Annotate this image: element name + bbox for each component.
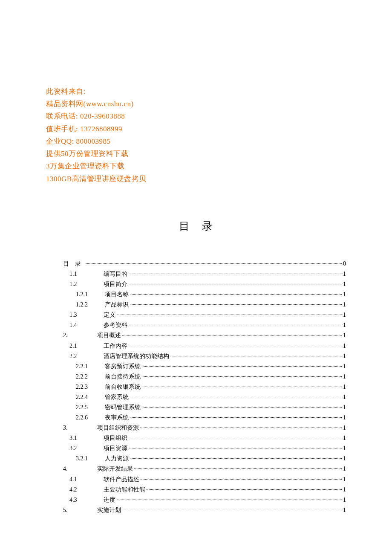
header-line: 1300GB高清管理讲座硬盘拷贝	[46, 173, 346, 185]
toc-entry[interactable]: 2.2.5密码管理系统1	[46, 402, 346, 413]
toc-entry-number: 3.2.1	[76, 454, 97, 464]
toc-entry-number: 2.2	[69, 351, 91, 361]
toc-entry-number: 3.	[63, 423, 84, 433]
toc-leader-dots	[142, 376, 342, 377]
toc-entry-page: 1	[343, 372, 346, 382]
toc-leader-dots	[130, 458, 342, 459]
toc-leader-dots	[130, 294, 342, 295]
toc-leader-dots	[129, 438, 342, 438]
toc-entry[interactable]: 2.2.2前台接待系统1	[46, 372, 346, 382]
toc-entry[interactable]: 3.项目组织和资源1	[46, 423, 346, 433]
toc-entry[interactable]: 3.2项目资源1	[46, 443, 346, 454]
toc-entry-number: 4.1	[69, 474, 91, 485]
toc-leader-dots	[142, 366, 342, 367]
toc-entry[interactable]: 2.项目概述1	[46, 330, 346, 341]
toc-leader-dots	[142, 387, 342, 387]
toc-entry-label: 人力资源	[105, 454, 129, 464]
toc-entry[interactable]: 2.1工作内容1	[46, 341, 346, 351]
toc-leader-dots	[141, 479, 342, 480]
toc-entry-label: 实施计划	[97, 505, 121, 515]
toc-entry[interactable]: 5.实施计划1	[46, 505, 346, 515]
toc-entry[interactable]: 2.2.4管家系统1	[46, 392, 346, 402]
toc-entry[interactable]: 3.1项目组织1	[46, 433, 346, 443]
table-of-contents: 目 录01.1编写目的11.2项目简介11.2.1项目名称11.2.2产品标识1…	[46, 259, 346, 515]
toc-entry-page: 1	[343, 320, 346, 330]
toc-entry-label: 项目组织和资源	[97, 423, 139, 433]
toc-entry-page: 1	[343, 279, 346, 289]
toc-entry-page: 0	[343, 259, 346, 269]
toc-entry-label: 项目组织	[104, 433, 127, 443]
toc-entry-label: 项目简介	[104, 279, 127, 289]
toc-entry-number: 4.2	[69, 485, 91, 495]
toc-entry-label: 编写目的	[104, 269, 127, 279]
toc-entry-label: 项目名称	[105, 289, 129, 300]
toc-leader-dots	[122, 335, 342, 335]
toc-entry-number: 2.2.4	[76, 392, 97, 402]
toc-entry-page: 1	[343, 361, 346, 372]
toc-leader-dots	[142, 407, 342, 408]
toc-entry[interactable]: 4.2主要功能和性能1	[46, 485, 346, 495]
toc-entry-label: 管家系统	[105, 392, 129, 402]
header-line: 企业QQ: 800003985	[46, 135, 346, 147]
toc-entry[interactable]: 1.4参考资料1	[46, 320, 346, 330]
toc-entry[interactable]: 2.2.6夜审系统1	[46, 413, 346, 423]
toc-entry[interactable]: 4.实际开发结果1	[46, 464, 346, 474]
toc-entry[interactable]: 目 录0	[46, 259, 346, 269]
toc-leader-dots	[86, 263, 342, 264]
toc-entry-label: 定义	[104, 310, 115, 320]
toc-entry[interactable]: 1.3定义1	[46, 310, 346, 320]
toc-leader-dots	[140, 428, 342, 428]
toc-entry[interactable]: 4.1软件产品描述1	[46, 474, 346, 485]
toc-entry-page: 1	[343, 310, 346, 320]
toc-entry-page: 1	[343, 269, 346, 279]
toc-entry-label: 项目资源	[104, 443, 127, 454]
toc-entry-page: 1	[343, 413, 346, 423]
toc-entry-number: 2.2.2	[76, 372, 97, 382]
toc-entry-label: 项目概述	[97, 330, 121, 341]
toc-entry-label: 进度	[104, 495, 115, 505]
header-line: 3万集企业管理资料下载	[46, 160, 346, 172]
toc-entry[interactable]: 2.2.1客房预订系统1	[46, 361, 346, 372]
toc-entry-number: 4.3	[69, 495, 91, 505]
toc-entry[interactable]: 1.2项目简介1	[46, 279, 346, 289]
toc-entry-number: 1.2.1	[76, 289, 97, 300]
toc-entry-number: 2.2.6	[76, 413, 97, 423]
toc-leader-dots	[130, 417, 342, 418]
toc-entry[interactable]: 2.2.3前台收银系统1	[46, 382, 346, 392]
toc-entry-page: 1	[343, 433, 346, 443]
toc-entry-number: 4.	[63, 464, 84, 474]
toc-entry[interactable]: 1.2.2产品标识1	[46, 300, 346, 310]
header-line: 此资料来自:	[46, 85, 346, 98]
toc-entry-label: 实际开发结果	[97, 464, 133, 474]
toc-leader-dots	[147, 489, 342, 490]
toc-entry[interactable]: 2.2酒店管理系统的功能结构1	[46, 351, 346, 361]
toc-entry-number: 目 录	[63, 259, 84, 269]
toc-entry[interactable]: 3.2.1人力资源1	[46, 454, 346, 464]
toc-leader-dots	[117, 500, 342, 500]
header-line: 值班手机: 13726808999	[46, 123, 346, 135]
toc-entry[interactable]: 4.3进度1	[46, 495, 346, 505]
toc-entry-number: 2.	[63, 330, 84, 341]
toc-entry-number: 2.2.3	[76, 382, 97, 392]
toc-entry-number: 2.2.5	[76, 402, 97, 413]
toc-entry-label: 前台接待系统	[105, 372, 141, 382]
toc-entry-page: 1	[343, 505, 346, 515]
toc-leader-dots	[129, 284, 342, 284]
toc-entry-number: 1.4	[69, 320, 91, 330]
toc-entry-number: 1.2.2	[76, 300, 97, 310]
toc-entry-page: 1	[343, 392, 346, 402]
header-line: 联系电话: 020-39603888	[46, 110, 346, 122]
toc-leader-dots	[122, 510, 342, 510]
toc-entry[interactable]: 1.2.1项目名称1	[46, 289, 346, 300]
toc-entry-number: 3.2	[69, 443, 91, 454]
source-header: 此资料来自: 精品资料网(www.cnshu.cn) 联系电话: 020-396…	[46, 85, 346, 185]
toc-entry[interactable]: 1.1编写目的1	[46, 269, 346, 279]
toc-leader-dots	[130, 397, 342, 397]
toc-entry-label: 前台收银系统	[105, 382, 141, 392]
toc-entry-page: 1	[343, 423, 346, 433]
toc-entry-page: 1	[343, 330, 346, 341]
toc-leader-dots	[129, 325, 342, 325]
toc-title: 目 录	[46, 219, 346, 233]
toc-leader-dots	[117, 315, 342, 315]
toc-entry-page: 1	[343, 402, 346, 413]
